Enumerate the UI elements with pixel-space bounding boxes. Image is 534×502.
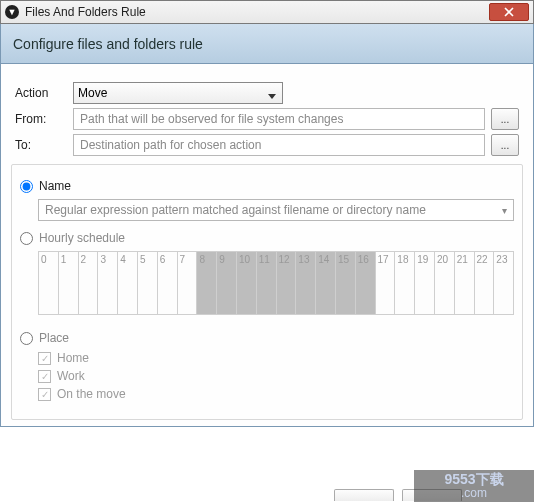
hour-cell-8[interactable]: 8 [197, 252, 217, 314]
from-placeholder: Path that will be observed for file syst… [80, 112, 343, 126]
close-button[interactable] [489, 3, 529, 21]
hour-cell-10[interactable]: 10 [237, 252, 257, 314]
hour-cell-14[interactable]: 14 [316, 252, 336, 314]
to-input[interactable]: Destination path for chosen action [73, 134, 485, 156]
hour-cell-1[interactable]: 1 [59, 252, 79, 314]
from-browse-button[interactable]: ... [491, 108, 519, 130]
to-placeholder: Destination path for chosen action [80, 138, 261, 152]
place-home-label: Home [57, 351, 89, 365]
radio-place-input[interactable] [20, 332, 33, 345]
page-title: Configure files and folders rule [13, 36, 203, 52]
hour-cell-4[interactable]: 4 [118, 252, 138, 314]
from-input[interactable]: Path that will be observed for file syst… [73, 108, 485, 130]
hour-cell-23[interactable]: 23 [494, 252, 513, 314]
dialog-button[interactable] [334, 489, 394, 501]
hour-cell-12[interactable]: 12 [277, 252, 297, 314]
radio-hourly-label: Hourly schedule [39, 231, 125, 245]
hour-cell-0[interactable]: 0 [39, 252, 59, 314]
place-onthemove[interactable]: ✓ On the move [38, 387, 514, 401]
hour-cell-2[interactable]: 2 [79, 252, 99, 314]
action-label: Action [15, 86, 73, 100]
radio-name-input[interactable] [20, 180, 33, 193]
app-icon: ▼ [5, 5, 19, 19]
checkbox-icon: ✓ [38, 370, 51, 383]
place-work[interactable]: ✓ Work [38, 369, 514, 383]
radio-hourly[interactable]: Hourly schedule [20, 231, 514, 245]
to-browse-button[interactable]: ... [491, 134, 519, 156]
hour-cell-16[interactable]: 16 [356, 252, 376, 314]
action-select[interactable]: Move [73, 82, 283, 104]
to-label: To: [15, 138, 73, 152]
hour-cell-7[interactable]: 7 [178, 252, 198, 314]
radio-name[interactable]: Name [20, 179, 514, 193]
hour-cell-17[interactable]: 17 [376, 252, 396, 314]
watermark-line1: 9553下载 [444, 472, 503, 487]
radio-name-label: Name [39, 179, 71, 193]
hour-cell-15[interactable]: 15 [336, 252, 356, 314]
radio-place[interactable]: Place [20, 331, 514, 345]
hour-cell-9[interactable]: 9 [217, 252, 237, 314]
name-pattern-placeholder: Regular expression pattern matched again… [45, 203, 426, 217]
place-work-label: Work [57, 369, 85, 383]
watermark-line2: .com [461, 487, 487, 500]
hour-cell-13[interactable]: 13 [296, 252, 316, 314]
hour-cell-11[interactable]: 11 [257, 252, 277, 314]
window-title: Files And Folders Rule [25, 5, 489, 19]
hourly-grid[interactable]: 01234567891011121314151617181920212223 [38, 251, 514, 315]
checkbox-icon: ✓ [38, 388, 51, 401]
hour-cell-18[interactable]: 18 [395, 252, 415, 314]
chevron-down-icon [268, 88, 278, 98]
place-move-label: On the move [57, 387, 126, 401]
hour-cell-3[interactable]: 3 [98, 252, 118, 314]
radio-hourly-input[interactable] [20, 232, 33, 245]
watermark: 9553下载 .com [414, 470, 534, 502]
hour-cell-19[interactable]: 19 [415, 252, 435, 314]
hour-cell-22[interactable]: 22 [475, 252, 495, 314]
chevron-down-icon: ▾ [502, 205, 507, 216]
checkbox-icon: ✓ [38, 352, 51, 365]
action-value: Move [78, 86, 107, 100]
hour-cell-20[interactable]: 20 [435, 252, 455, 314]
radio-place-label: Place [39, 331, 69, 345]
hour-cell-21[interactable]: 21 [455, 252, 475, 314]
name-pattern-select[interactable]: Regular expression pattern matched again… [38, 199, 514, 221]
from-label: From: [15, 112, 73, 126]
hour-cell-5[interactable]: 5 [138, 252, 158, 314]
hour-cell-6[interactable]: 6 [158, 252, 178, 314]
place-home[interactable]: ✓ Home [38, 351, 514, 365]
